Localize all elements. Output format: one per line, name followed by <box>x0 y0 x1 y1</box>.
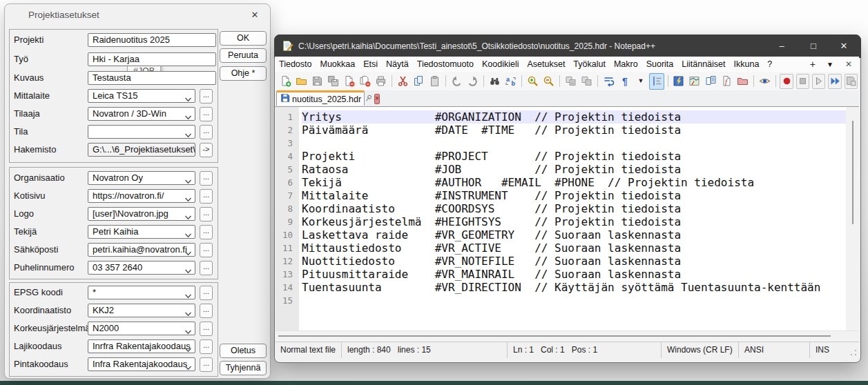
save-macro-icon[interactable] <box>845 74 858 89</box>
vertical-scrollbar-thumb[interactable] <box>852 121 853 224</box>
puhelinnumero-combo-browse-button[interactable]: ... <box>200 261 213 275</box>
dialog-titlebar[interactable]: Projektiasetukset ✕ <box>5 4 270 25</box>
mittalaite-combo[interactable]: Leica TS15 <box>88 89 195 103</box>
play-macro-icon[interactable] <box>812 74 825 89</box>
menu-koodikieli[interactable]: Koodikieli <box>478 57 523 72</box>
menu-makro[interactable]: Makro <box>610 57 642 72</box>
show-all-characters-icon[interactable]: ¶ <box>617 73 632 90</box>
epsg-koodi-combo-browse-button[interactable]: ... <box>200 286 213 300</box>
tab-list-dropdown-icon[interactable]: ▼ <box>822 61 838 68</box>
paste-icon[interactable] <box>427 73 442 90</box>
menu-tiedosto[interactable]: Tiedosto <box>275 57 316 72</box>
toolbar-dropdown-icon[interactable]: ▼ <box>633 73 648 90</box>
menu-ikkuna[interactable]: Ikkuna <box>730 57 764 72</box>
tyo-input[interactable]: Hki - Karjaa <box>88 52 216 66</box>
menu-asetukset[interactable]: Asetukset <box>523 57 569 72</box>
menu-nayta[interactable]: Näytä <box>382 57 413 72</box>
new-file-icon[interactable] <box>278 73 293 90</box>
function-list-icon[interactable]: f <box>720 73 734 90</box>
npp-titlebar[interactable]: C:\Users\petri.kaihia\Documents\Testi_ai… <box>274 34 861 58</box>
copy-icon[interactable] <box>412 73 426 90</box>
koordinaatisto-combo[interactable]: KKJ2 <box>88 304 195 317</box>
menu-muokkaa[interactable]: Muokkaa <box>316 57 359 72</box>
zoom-in-icon[interactable] <box>525 73 540 90</box>
tekija-combo[interactable]: Petri Kaihia <box>88 225 195 239</box>
indent-guide-icon[interactable] <box>649 73 664 90</box>
cut-icon[interactable] <box>396 73 410 90</box>
document-map-icon[interactable] <box>687 73 702 90</box>
open-file-icon[interactable] <box>294 73 309 90</box>
menu-liitannaiset[interactable]: Liitännäiset <box>677 57 729 72</box>
new-tab-button[interactable]: + <box>804 59 822 70</box>
puhelinnumero-combo[interactable]: 03 357 2640 <box>88 261 195 275</box>
document-list-icon[interactable] <box>704 73 718 90</box>
lajikoodaus-combo-browse-button[interactable]: ... <box>200 339 213 354</box>
minimize-button[interactable]: – <box>766 35 797 57</box>
word-wrap-icon[interactable] <box>601 73 616 90</box>
close-file-icon[interactable] <box>342 73 356 90</box>
undo-icon[interactable] <box>450 73 464 90</box>
hakemisto-field-open-button[interactable]: -> <box>200 143 213 157</box>
save-all-icon[interactable] <box>326 73 340 90</box>
file-monitoring-icon[interactable] <box>758 73 772 90</box>
status-length-lines[interactable]: length : 840 lines : 15 <box>342 342 508 358</box>
organisaatio-combo-browse-button[interactable]: ... <box>200 171 213 186</box>
tila-combo-browse-button[interactable]: ... <box>200 125 213 139</box>
epsg-koodi-combo[interactable]: * <box>88 286 195 299</box>
sahkoposti-combo-browse-button[interactable]: ... <box>200 243 213 257</box>
sync-horizontal-scroll-icon[interactable] <box>579 73 594 90</box>
status-insert-mode[interactable]: INS <box>810 342 848 358</box>
run-macro-multiple-icon[interactable] <box>828 74 841 89</box>
kuvaus-input[interactable]: Testausta <box>88 71 216 85</box>
print-icon[interactable] <box>374 73 388 90</box>
tilaaja-combo[interactable]: Novatron / 3D-Win <box>88 107 195 121</box>
folder-as-workspace-icon[interactable] <box>735 73 750 90</box>
menu-etsi[interactable]: Etsi <box>359 57 382 72</box>
find-icon[interactable] <box>488 73 502 90</box>
menu-tyokalut[interactable]: Työkalut <box>569 57 610 72</box>
status-encoding[interactable]: ANSI <box>739 342 810 358</box>
menu-help[interactable]: ? <box>763 57 776 72</box>
sahkoposti-combo[interactable]: petri.kaihia@novatron.fi <box>88 243 195 257</box>
organisaatio-combo[interactable]: Novatron Oy <box>88 171 195 185</box>
dialog-close-icon[interactable]: ✕ <box>248 8 262 22</box>
tab-nuotitus-2025[interactable]: nuotitus_2025.hdr × <box>276 90 365 106</box>
record-macro-icon[interactable] <box>780 74 793 89</box>
replace-icon[interactable]: ab <box>503 73 518 90</box>
horizontal-scrollbar[interactable] <box>276 330 858 341</box>
close-all-icon[interactable] <box>358 73 372 90</box>
kotisivu-combo-browse-button[interactable]: ... <box>200 189 213 204</box>
status-doc-type[interactable]: Normal text file <box>275 342 342 358</box>
logo-combo-browse-button[interactable]: ... <box>200 207 213 221</box>
korkeusjarjestelma-combo[interactable]: N2000 <box>88 322 195 335</box>
koordinaatisto-combo-browse-button[interactable]: ... <box>200 304 213 318</box>
sync-vertical-scroll-icon[interactable] <box>563 73 578 90</box>
pintakoodaus-combo-browse-button[interactable]: ... <box>200 357 213 372</box>
maximize-button[interactable]: □ <box>798 35 829 57</box>
status-eol-format[interactable]: Windows (CR LF) <box>662 342 739 358</box>
close-tab-icon[interactable]: × <box>374 94 380 104</box>
editor-area[interactable]: 123456789101112131415 Yritys #ORGANIZATI… <box>276 106 858 341</box>
tila-combo[interactable] <box>88 125 195 139</box>
zoom-out-icon[interactable] <box>541 73 556 90</box>
redo-icon[interactable] <box>465 73 480 90</box>
horizontal-scrollbar-thumb[interactable] <box>278 335 831 337</box>
vertical-scrollbar[interactable] <box>846 107 858 331</box>
function-completion-icon[interactable] <box>671 73 686 90</box>
pintakoodaus-combo[interactable]: Infra Rakentajakoodaus <box>88 357 195 371</box>
mittalaite-combo-browse-button[interactable]: ... <box>200 89 213 103</box>
logo-combo[interactable]: [user]\Novatron.jpg <box>88 207 195 221</box>
close-document-icon[interactable]: ✕ <box>838 59 859 69</box>
pin-tab-icon[interactable] <box>364 93 373 106</box>
tekija-combo-browse-button[interactable]: ... <box>200 225 213 239</box>
lajikoodaus-combo[interactable]: Inrfra Rakentajakoodaus <box>88 339 195 353</box>
korkeusjarjestelma-combo-browse-button[interactable]: ... <box>200 322 213 336</box>
kotisivu-combo[interactable]: https://novatron.fi/ <box>88 189 195 203</box>
menu-suorita[interactable]: Suorita <box>642 57 678 72</box>
close-button[interactable]: ✕ <box>829 35 859 57</box>
status-cursor-position[interactable]: Ln : 1 Col : 1 Pos : 1 <box>508 342 662 358</box>
save-icon[interactable] <box>310 73 325 90</box>
text-pane[interactable]: Yritys #ORGANIZATION // Projektin tiedoi… <box>299 107 846 331</box>
resize-grip[interactable] <box>850 349 857 356</box>
stop-macro-icon[interactable] <box>796 74 809 89</box>
